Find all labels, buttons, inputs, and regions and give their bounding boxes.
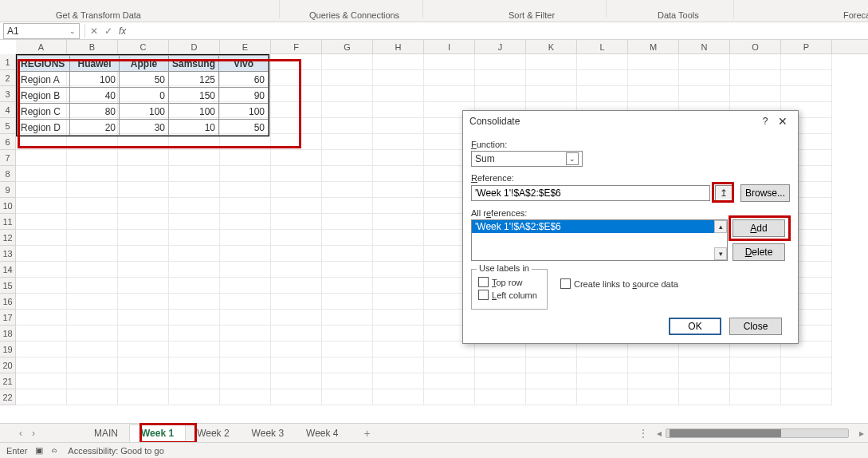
cell[interactable] [220,230,271,246]
cell[interactable] [679,54,730,70]
cell[interactable] [679,342,730,357]
row-header[interactable]: 21 [0,373,16,389]
cell[interactable] [118,262,169,278]
cell[interactable] [118,294,169,310]
cell[interactable] [16,357,67,373]
cell[interactable] [577,86,628,102]
cell[interactable] [271,357,322,373]
table-cell[interactable]: Region D [18,120,70,136]
column-header[interactable]: D [169,40,220,53]
cell[interactable] [67,342,118,357]
worksheet-grid[interactable]: ABCDEFGHIJKLMNOP 12345678910111213141516… [0,40,868,423]
table-cell[interactable]: 100 [70,72,120,88]
row-header[interactable]: 17 [0,310,16,326]
cell[interactable] [322,102,373,118]
cell[interactable] [271,102,322,118]
top-row-checkbox[interactable]: Top row [478,277,540,287]
cell[interactable] [169,166,220,182]
cell[interactable] [526,357,577,373]
cell[interactable] [424,54,475,70]
column-header[interactable]: H [373,40,424,53]
cell[interactable] [373,278,424,294]
cell[interactable] [322,326,373,342]
cell[interactable] [424,86,475,102]
row-header[interactable]: 2 [0,70,16,86]
cell[interactable] [67,389,118,405]
cell[interactable] [628,70,679,86]
cell[interactable] [628,373,679,389]
cell[interactable] [781,373,832,389]
cell[interactable] [169,294,220,310]
cell[interactable] [118,214,169,230]
table-cell[interactable]: 60 [219,72,269,88]
cell[interactable] [475,70,526,86]
cell[interactable] [16,230,67,246]
table-header[interactable]: Vivo [219,56,269,72]
cell[interactable] [577,342,628,357]
sheet-tab-week-3[interactable]: Week 3 [241,425,295,441]
cell[interactable] [424,70,475,86]
cell[interactable] [271,230,322,246]
cell[interactable] [169,134,220,150]
row-header[interactable]: 13 [0,246,16,262]
cell[interactable] [730,70,781,86]
dialog-titlebar[interactable]: Consolidate ? ✕ [463,111,798,132]
cell[interactable] [169,326,220,342]
table-cell[interactable]: 20 [70,120,120,136]
cell[interactable] [781,342,832,357]
row-header[interactable]: 6 [0,134,16,150]
table-cell[interactable]: 125 [169,72,219,88]
cell[interactable] [322,54,373,70]
reference-list-item[interactable]: 'Week 1'!$A$2:$E$6 [472,220,727,233]
row-header[interactable]: 4 [0,102,16,118]
cell[interactable] [169,389,220,405]
cell[interactable] [373,198,424,214]
row-header[interactable]: 12 [0,230,16,246]
cell[interactable] [679,373,730,389]
cell[interactable] [169,310,220,326]
table-cell[interactable]: 30 [120,120,169,136]
cell[interactable] [271,294,322,310]
cell[interactable] [67,166,118,182]
cell[interactable] [271,246,322,262]
dialog-help-icon[interactable]: ? [756,116,774,127]
cell[interactable] [781,54,832,70]
cell[interactable] [67,230,118,246]
cell[interactable] [577,70,628,86]
cell[interactable] [373,86,424,102]
cell[interactable] [16,278,67,294]
cell[interactable] [373,54,424,70]
cell[interactable] [118,278,169,294]
cell[interactable] [67,214,118,230]
cell[interactable] [169,198,220,214]
cell[interactable] [220,198,271,214]
cell[interactable] [220,166,271,182]
name-box[interactable]: A1 ⌄ [3,23,80,39]
cell[interactable] [322,294,373,310]
cell[interactable] [526,54,577,70]
table-cell[interactable]: Region C [18,104,70,120]
cell[interactable] [118,389,169,405]
cell[interactable] [373,357,424,373]
cell[interactable] [220,389,271,405]
cell[interactable] [220,246,271,262]
left-column-checkbox[interactable]: Left column [478,290,540,300]
column-header[interactable]: M [628,40,679,53]
table-header[interactable]: REGIONS [18,56,70,72]
cell[interactable] [67,278,118,294]
cell[interactable] [271,150,322,166]
cell[interactable] [67,198,118,214]
cell[interactable] [271,310,322,326]
cell[interactable] [16,198,67,214]
cell[interactable] [577,373,628,389]
cell[interactable] [16,150,67,166]
cell[interactable] [271,326,322,342]
cell[interactable] [67,246,118,262]
cell[interactable] [679,357,730,373]
cell[interactable] [322,342,373,357]
table-cell[interactable]: 50 [120,72,169,88]
column-header[interactable]: E [220,40,271,53]
sheet-tab-week-4[interactable]: Week 4 [295,425,349,441]
formula-cancel-icon[interactable]: ✕ [87,26,101,37]
row-header[interactable]: 8 [0,166,16,182]
